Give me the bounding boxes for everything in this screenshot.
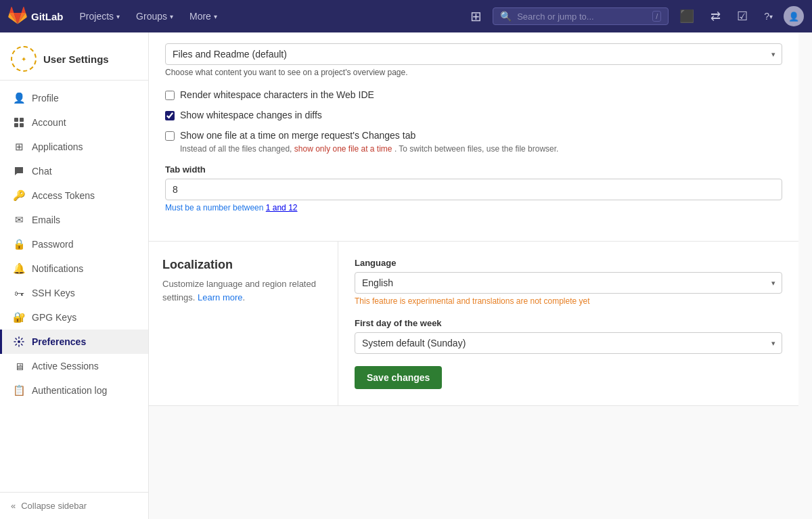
sidebar-item-label: Preferences	[32, 336, 86, 347]
one-file-row: Show one file at a time on merge request…	[165, 130, 782, 155]
render-whitespace-label[interactable]: Render whitespace characters in the Web …	[180, 89, 374, 100]
sidebar-item-label: Emails	[32, 215, 60, 225]
help-icon: ?	[764, 11, 769, 22]
sidebar-item-label: SSH Keys	[32, 288, 75, 298]
svg-point-4	[18, 340, 20, 343]
sidebar-nav: 👤 Profile Account ⊞ Applications Chat	[0, 81, 148, 492]
ssh-keys-icon: 🗝	[13, 287, 25, 299]
avatar-icon: 👤	[788, 12, 799, 22]
render-whitespace-checkbox[interactable]	[165, 91, 175, 100]
language-select[interactable]: English	[355, 272, 782, 294]
projects-nav[interactable]: Projects ▾	[74, 8, 126, 24]
content-area: Files and Readme (default) ▾ Choose what…	[149, 32, 798, 406]
merge-requests-button[interactable]: ⇄	[705, 6, 726, 26]
active-sessions-icon: 🖥	[13, 360, 25, 372]
one-file-sublabel-suffix: . To switch between files, use the file …	[394, 144, 559, 154]
applications-icon: ⊞	[13, 141, 25, 153]
tab-width-group: Tab width Must be a number between 1 and…	[165, 164, 782, 212]
top-navigation: GitLab Projects ▾ Groups ▾ More ▾ ⊞ 🔍 / …	[0, 0, 812, 32]
groups-nav[interactable]: Groups ▾	[131, 8, 179, 24]
sidebar-item-access-tokens[interactable]: 🔑 Access Tokens	[0, 183, 148, 208]
sidebar-item-label: Applications	[32, 141, 83, 152]
new-item-button[interactable]: ⊞	[465, 5, 487, 27]
project-overview-select[interactable]: Files and Readme (default)	[165, 43, 782, 65]
help-chevron-icon: ▾	[769, 13, 773, 20]
authentication-log-icon: 📋	[13, 384, 25, 397]
project-overview-group: Files and Readme (default) ▾ Choose what…	[165, 43, 782, 77]
help-button[interactable]: ? ▾	[759, 8, 778, 24]
one-file-sublabel-link[interactable]: show only one file at a time	[294, 144, 392, 154]
svg-rect-1	[20, 118, 24, 122]
sidebar-item-label: Notifications	[32, 263, 83, 274]
groups-chevron-icon: ▾	[170, 13, 173, 20]
whitespace-diffs-label[interactable]: Show whitespace changes in diffs	[180, 110, 322, 120]
one-file-sublabel: Instead of all the files changed, show o…	[180, 143, 558, 155]
sidebar-item-account[interactable]: Account	[0, 110, 148, 135]
whitespace-diffs-checkbox[interactable]	[165, 111, 175, 120]
sidebar-item-password[interactable]: 🔒 Password	[0, 232, 148, 256]
snippets-button[interactable]: ⬛	[674, 6, 700, 26]
render-whitespace-row: Render whitespace characters in the Web …	[165, 89, 782, 100]
svg-rect-0	[14, 118, 18, 122]
save-changes-button[interactable]: Save changes	[355, 366, 442, 389]
project-overview-select-wrap: Files and Readme (default) ▾	[165, 43, 782, 65]
todos-button[interactable]: ☑	[731, 6, 753, 26]
sidebar-item-preferences[interactable]: Preferences	[0, 330, 148, 354]
first-day-select[interactable]: System default (Sunday)	[355, 332, 782, 354]
user-avatar[interactable]: 👤	[784, 6, 804, 26]
gitlab-logo-icon	[8, 7, 27, 26]
search-bar[interactable]: 🔍 /	[493, 7, 669, 25]
localization-section-right: Language English ▾ This feature is exper…	[338, 242, 798, 405]
language-hint: This feature is experimental and transla…	[355, 296, 782, 306]
svg-rect-2	[14, 123, 18, 127]
one-file-checkbox[interactable]	[165, 131, 175, 141]
emails-icon: ✉	[13, 214, 25, 226]
sidebar-item-chat[interactable]: Chat	[0, 159, 148, 183]
one-file-sublabel-prefix: Instead of all the files changed,	[180, 144, 292, 154]
collapse-sidebar-label: Collapse sidebar	[21, 501, 87, 511]
user-avatar-spinner: ✦	[11, 46, 37, 72]
localization-desc: Customize language and region related se…	[162, 277, 324, 304]
sidebar-item-authentication-log[interactable]: 📋 Authentication log	[0, 378, 148, 403]
spinner-dots-icon: ✦	[21, 55, 26, 63]
sidebar-item-label: Password	[32, 239, 73, 250]
sidebar-item-label: GPG Keys	[32, 312, 76, 323]
more-chevron-icon: ▾	[214, 13, 217, 20]
sidebar-item-gpg-keys[interactable]: 🔐 GPG Keys	[0, 305, 148, 330]
sidebar: ✦ User Settings 👤 Profile Account ⊞ Appl…	[0, 32, 149, 519]
sidebar-item-ssh-keys[interactable]: 🗝 SSH Keys	[0, 281, 148, 305]
notifications-icon: 🔔	[13, 263, 25, 275]
sidebar-item-emails[interactable]: ✉ Emails	[0, 208, 148, 232]
sidebar-item-profile[interactable]: 👤 Profile	[0, 86, 148, 110]
localization-title: Localization	[162, 258, 324, 272]
localization-section: Localization Customize language and regi…	[149, 242, 798, 406]
search-input[interactable]	[517, 12, 647, 22]
localization-learn-more-link[interactable]: Learn more	[198, 292, 242, 302]
sidebar-header: ✦ User Settings	[0, 32, 148, 81]
projects-chevron-icon: ▾	[116, 13, 120, 20]
sidebar-item-applications[interactable]: ⊞ Applications	[0, 135, 148, 159]
password-icon: 🔒	[13, 238, 25, 250]
page-layout: ✦ User Settings 👤 Profile Account ⊞ Appl…	[0, 32, 812, 519]
gitlab-logo-text: GitLab	[31, 11, 64, 22]
sidebar-item-active-sessions[interactable]: 🖥 Active Sessions	[0, 354, 148, 378]
main-content: Files and Readme (default) ▾ Choose what…	[149, 32, 812, 519]
svg-rect-3	[20, 123, 24, 127]
sidebar-item-notifications[interactable]: 🔔 Notifications	[0, 256, 148, 281]
project-overview-hint: Choose what content you want to see on a…	[165, 68, 782, 77]
one-file-label[interactable]: Show one file at a time on merge request…	[180, 130, 415, 141]
tab-width-input[interactable]	[165, 179, 782, 200]
collapse-sidebar-button[interactable]: « Collapse sidebar	[0, 492, 148, 519]
sidebar-item-label: Access Tokens	[32, 190, 95, 201]
behavior-section-top: Files and Readme (default) ▾ Choose what…	[149, 32, 798, 242]
tab-width-hint-link[interactable]: 1 and 12	[266, 203, 298, 212]
sidebar-item-label: Authentication log	[32, 385, 107, 396]
gpg-keys-icon: 🔐	[13, 311, 25, 323]
more-nav[interactable]: More ▾	[184, 8, 223, 24]
sidebar-item-label: Account	[32, 117, 66, 128]
sidebar-title: User Settings	[43, 53, 109, 65]
tab-width-hint-prefix: Must be a number between	[165, 203, 263, 212]
first-day-select-wrap: System default (Sunday) ▾	[355, 332, 782, 354]
gitlab-logo[interactable]: GitLab	[8, 7, 64, 26]
tab-width-label: Tab width	[165, 164, 782, 175]
